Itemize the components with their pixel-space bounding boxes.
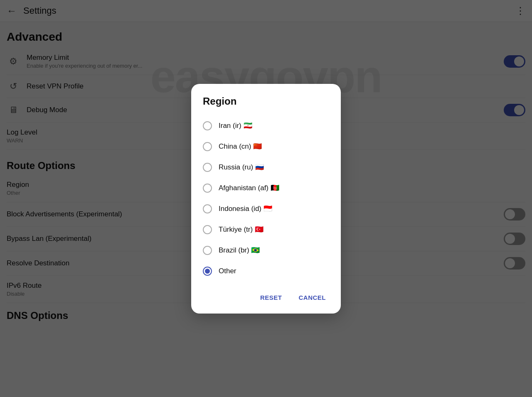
region-option-br[interactable]: Brazil (br) 🇧🇷 bbox=[191, 240, 341, 261]
dialog-overlay: Region Iran (ir) 🇮🇷 China (cn) 🇨🇳 Russia… bbox=[0, 0, 532, 397]
region-option-tr[interactable]: Türkiye (tr) 🇹🇷 bbox=[191, 219, 341, 240]
radio-other-inner bbox=[205, 269, 210, 274]
region-option-br-label: Brazil (br) 🇧🇷 bbox=[219, 246, 260, 255]
dialog-actions: RESET CANCEL bbox=[191, 282, 341, 314]
region-option-tr-label: Türkiye (tr) 🇹🇷 bbox=[219, 225, 264, 234]
reset-button[interactable]: RESET bbox=[254, 290, 289, 305]
region-option-ru-label: Russia (ru) 🇷🇺 bbox=[219, 163, 264, 172]
region-option-ir[interactable]: Iran (ir) 🇮🇷 bbox=[191, 115, 341, 136]
dialog-title: Region bbox=[191, 96, 341, 115]
region-option-ru[interactable]: Russia (ru) 🇷🇺 bbox=[191, 157, 341, 178]
region-option-cn[interactable]: China (cn) 🇨🇳 bbox=[191, 136, 341, 157]
radio-tr bbox=[203, 225, 212, 234]
radio-cn bbox=[203, 142, 212, 151]
radio-af bbox=[203, 184, 212, 193]
region-dialog: Region Iran (ir) 🇮🇷 China (cn) 🇨🇳 Russia… bbox=[191, 84, 341, 314]
region-option-id[interactable]: Indonesia (id) 🇮🇩 bbox=[191, 198, 341, 219]
radio-ru bbox=[203, 163, 212, 172]
radio-br bbox=[203, 246, 212, 255]
region-option-cn-label: China (cn) 🇨🇳 bbox=[219, 142, 262, 151]
radio-other bbox=[203, 267, 212, 276]
region-option-af-label: Afghanistan (af) 🇦🇫 bbox=[219, 184, 279, 192]
region-option-ir-label: Iran (ir) 🇮🇷 bbox=[219, 121, 252, 130]
cancel-button[interactable]: CANCEL bbox=[292, 290, 333, 305]
region-options-list: Iran (ir) 🇮🇷 China (cn) 🇨🇳 Russia (ru) 🇷… bbox=[191, 115, 341, 282]
region-option-id-label: Indonesia (id) 🇮🇩 bbox=[219, 204, 272, 213]
radio-ir bbox=[203, 121, 212, 130]
region-option-other-label: Other bbox=[219, 267, 236, 275]
region-option-other[interactable]: Other bbox=[191, 261, 341, 282]
region-option-af[interactable]: Afghanistan (af) 🇦🇫 bbox=[191, 178, 341, 198]
radio-id bbox=[203, 204, 212, 213]
